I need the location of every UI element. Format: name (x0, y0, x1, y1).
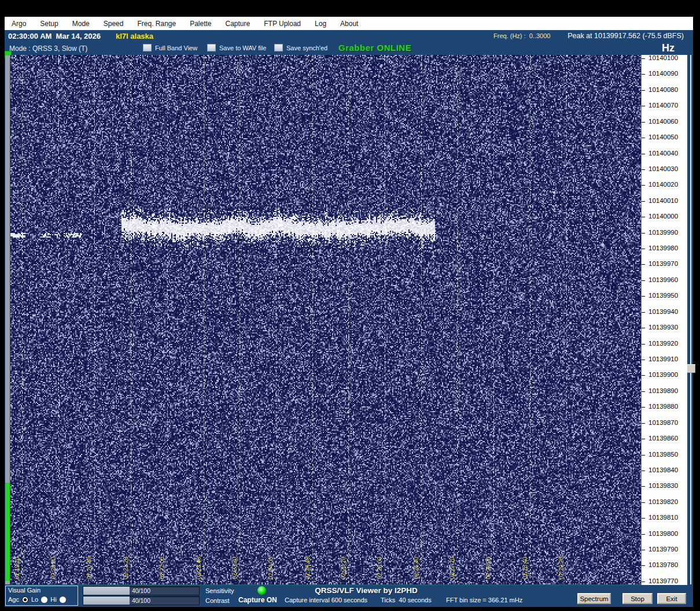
freq-tick (642, 249, 645, 249)
checkbox-icon[interactable] (207, 44, 216, 51)
freq-tick (642, 360, 645, 360)
time-label: 02:24:00 (268, 557, 274, 579)
time-label: 02:27:20 (449, 557, 455, 579)
ticks-info: Ticks 40 seconds (381, 597, 432, 603)
hi-radio[interactable] (60, 597, 66, 603)
freq-tick (642, 58, 645, 59)
spectrogram-waterfall[interactable]: 02:19:2002:20:0002:20:4002:21:2002:22:00… (10, 55, 641, 586)
freq-label: 10140010 (649, 197, 678, 204)
time-label: 02:24:40 (304, 557, 311, 579)
capture-interval-info: Capture interval 600 seconds (285, 597, 367, 603)
freq-label: 10140070 (649, 102, 678, 109)
checkbox-label: Save to WAV file (219, 45, 266, 51)
menu-freq-range[interactable]: Freq. Range (130, 20, 183, 28)
freq-offset-slider-thumb[interactable] (687, 364, 695, 373)
freq-label: 10139970 (649, 260, 678, 267)
freq-label: 10139790 (649, 546, 678, 553)
grabber-status: Grabber ONLINE (338, 43, 411, 53)
time-gridline (22, 55, 23, 584)
freq-label: 10139830 (649, 482, 678, 489)
freq-tick (642, 582, 645, 582)
freq-label: 10140090 (649, 70, 678, 77)
freq-label: 10140050 (649, 134, 678, 140)
capture-progress-fill (5, 483, 10, 581)
visual-gain-label: Visual Gain (8, 587, 40, 594)
freq-tick (642, 439, 645, 439)
freq-label: 10139900 (649, 371, 678, 378)
freq-label: 10140020 (649, 181, 678, 188)
menu-ftp-upload[interactable]: FTP Upload (257, 20, 308, 28)
freq-label: 10139850 (649, 451, 678, 458)
freq-label: 10139920 (649, 340, 678, 347)
freq-label: 10139780 (649, 561, 678, 568)
freq-tick (642, 518, 645, 519)
freq-label: 10139800 (649, 530, 678, 537)
argo-window: Argo Setup Mode Speed Freq. Range Palett… (5, 17, 693, 607)
menu-mode[interactable]: Mode (65, 20, 97, 28)
freq-tick (642, 344, 645, 345)
menu-argo[interactable]: Argo (5, 20, 33, 28)
visual-gain-group: Visual Gain Agc Lo Hi (5, 586, 78, 606)
freq-tick (642, 328, 645, 328)
time-label: 02:20:00 (50, 557, 57, 579)
freq-label: 10139770 (649, 577, 678, 584)
freq-range-readout: Freq. (Hz) : 0..3000 (493, 32, 550, 39)
menu-capture[interactable]: Capture (219, 20, 257, 28)
freq-label: 10139870 (649, 419, 678, 426)
menu-speed[interactable]: Speed (97, 20, 131, 28)
time-gridline (493, 55, 494, 584)
checkbox-label: Full Band View (155, 45, 197, 51)
sensitivity-label: Sensitivity (205, 587, 234, 594)
stop-button[interactable]: Stop (622, 593, 653, 604)
spectrogram-canvas[interactable] (10, 55, 641, 584)
time-gridline (457, 55, 458, 584)
freq-tick (642, 201, 645, 202)
freq-label: 10140100 (649, 54, 678, 61)
menu-setup[interactable]: Setup (33, 20, 65, 28)
freq-tick (642, 391, 645, 392)
save-synched-checkbox[interactable]: Save synch'ed (274, 44, 327, 51)
menu-log[interactable]: Log (308, 20, 333, 28)
freq-label: 10139930 (649, 324, 678, 331)
agc-radio[interactable] (22, 597, 28, 603)
time-label: 02:28:40 (522, 557, 528, 579)
bottom-control-bar: Visual Gain Agc Lo Hi 40/100 40/100 Sens… (5, 585, 693, 607)
freq-label: 10139980 (649, 245, 678, 251)
fft-bin-info: FFT bin size = 366.21 mHz (446, 597, 522, 603)
menu-bar: Argo Setup Mode Speed Freq. Range Palett… (5, 17, 693, 30)
time-gridline (348, 55, 349, 584)
sensitivity-value: 40/100 (83, 587, 199, 595)
time-label: 02:26:00 (377, 557, 383, 579)
mode-bar: Mode : QRSS 3, Slow (T) Full Band View S… (5, 42, 693, 55)
full-band-view-checkbox[interactable]: Full Band View (143, 44, 197, 51)
menu-about[interactable]: About (333, 20, 365, 28)
checkbox-icon[interactable] (274, 44, 283, 51)
lo-radio-label: Lo (31, 596, 38, 603)
freq-tick (642, 90, 645, 91)
freq-tick (642, 122, 645, 123)
time-label: 02:23:20 (231, 557, 238, 579)
freq-tick (642, 264, 645, 265)
mode-readout: Mode : QRSS 3, Slow (T) (9, 45, 87, 53)
freq-label: 10139810 (649, 514, 678, 521)
capture-status: Capture ON (238, 596, 277, 604)
contrast-slider[interactable]: 40/100 (83, 596, 200, 605)
lo-radio[interactable] (41, 597, 47, 603)
freq-tick (642, 565, 645, 566)
save-to-wav-checkbox[interactable]: Save to WAV file (207, 44, 266, 51)
time-gridline (240, 55, 240, 584)
checkbox-icon[interactable] (143, 44, 152, 51)
exit-button[interactable]: Exit (657, 593, 686, 604)
spectrum-button[interactable]: Spectrum (577, 593, 611, 604)
menu-palette[interactable]: Palette (183, 20, 218, 28)
time-gridline (312, 55, 313, 584)
freq-tick (642, 233, 645, 234)
time-gridline (94, 55, 95, 584)
scale-unit-label: Hz (662, 42, 675, 54)
freq-tick (642, 106, 645, 106)
time-gridline (385, 55, 385, 584)
contrast-value: 40/100 (83, 597, 199, 605)
freq-label: 10139860 (649, 435, 678, 442)
time-gridline (131, 55, 131, 584)
sensitivity-slider[interactable]: 40/100 (83, 586, 200, 595)
